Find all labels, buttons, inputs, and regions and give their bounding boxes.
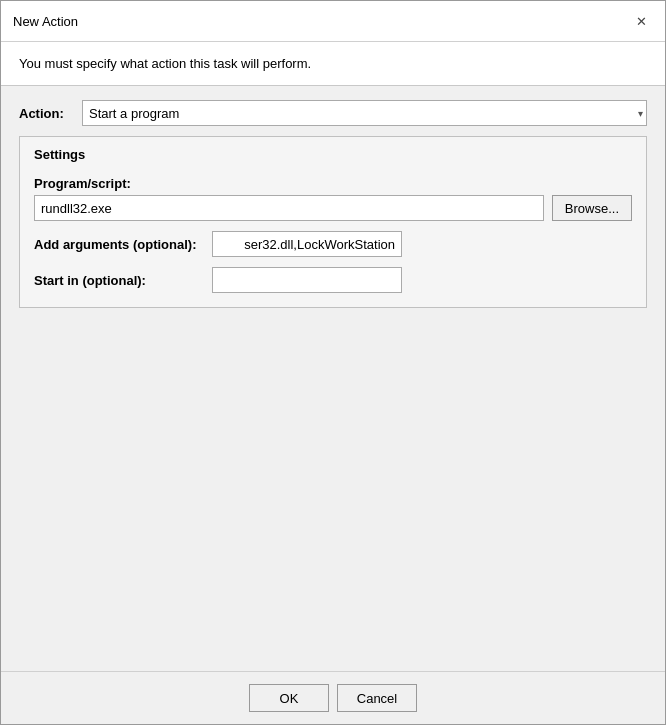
close-button[interactable]: ✕ <box>629 9 653 33</box>
program-script-group: Program/script: Browse... <box>34 176 632 221</box>
add-arguments-input[interactable] <box>212 231 402 257</box>
start-in-group: Start in (optional): <box>34 267 632 293</box>
cancel-button[interactable]: Cancel <box>337 684 417 712</box>
add-arguments-label: Add arguments (optional): <box>34 237 204 252</box>
program-script-label: Program/script: <box>34 176 632 191</box>
action-row: Action: Start a program ▾ <box>19 100 647 126</box>
start-in-input[interactable] <box>212 267 402 293</box>
title-bar: New Action ✕ <box>1 1 665 42</box>
action-select-wrapper[interactable]: Start a program ▾ <box>82 100 647 126</box>
main-content: Action: Start a program ▾ Settings Progr… <box>1 86 665 671</box>
dialog-title: New Action <box>13 14 78 29</box>
program-script-row: Browse... <box>34 195 632 221</box>
warning-text: You must specify what action this task w… <box>19 56 311 71</box>
spacer <box>19 318 647 657</box>
add-arguments-group: Add arguments (optional): <box>34 231 632 257</box>
dialog-body: You must specify what action this task w… <box>1 42 665 724</box>
start-in-label: Start in (optional): <box>34 273 204 288</box>
settings-box: Settings Program/script: Browse... Add a… <box>19 136 647 308</box>
ok-button[interactable]: OK <box>249 684 329 712</box>
program-script-input[interactable] <box>34 195 544 221</box>
settings-title: Settings <box>34 147 632 162</box>
browse-button[interactable]: Browse... <box>552 195 632 221</box>
close-icon: ✕ <box>636 14 647 29</box>
new-action-dialog: New Action ✕ You must specify what actio… <box>0 0 666 725</box>
dialog-footer: OK Cancel <box>1 671 665 724</box>
action-label: Action: <box>19 106 74 121</box>
action-select[interactable]: Start a program <box>82 100 647 126</box>
warning-section: You must specify what action this task w… <box>1 42 665 86</box>
